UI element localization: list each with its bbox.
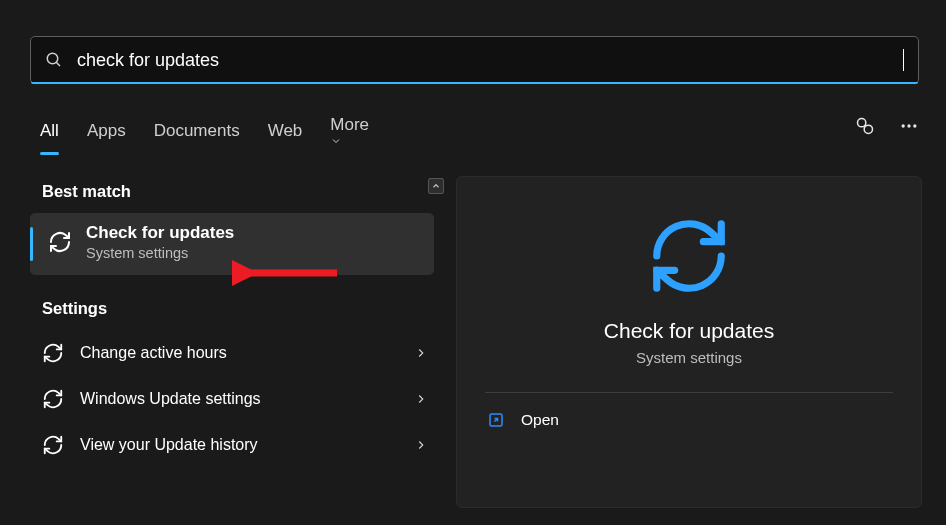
open-action[interactable]: Open — [487, 411, 891, 429]
results-column: Best match Check for updates System sett… — [30, 176, 434, 468]
svg-line-1 — [56, 62, 60, 66]
settings-item-label: View your Update history — [80, 436, 258, 454]
chevron-right-icon — [414, 346, 428, 360]
chevron-right-icon — [414, 392, 428, 406]
selection-marker — [30, 227, 33, 261]
best-match-heading: Best match — [30, 176, 434, 213]
tab-label: More — [330, 115, 369, 134]
settings-item-update-history[interactable]: View your Update history — [30, 422, 434, 468]
result-title: Check for updates — [86, 223, 234, 243]
text-caret — [903, 49, 904, 71]
tab-documents[interactable]: Documents — [154, 121, 240, 147]
settings-item-update-settings[interactable]: Windows Update settings — [30, 376, 434, 422]
tab-label: All — [40, 121, 59, 140]
refresh-icon-large — [646, 213, 732, 299]
tab-label: Web — [268, 121, 303, 140]
chevron-down-icon — [330, 135, 373, 147]
search-focus-underline — [31, 82, 918, 84]
tab-apps[interactable]: Apps — [87, 121, 126, 147]
tab-label: Apps — [87, 121, 126, 140]
result-subtitle: System settings — [86, 245, 234, 261]
settings-item-label: Windows Update settings — [80, 390, 261, 408]
open-icon — [487, 411, 505, 429]
svg-point-0 — [47, 53, 58, 64]
search-with-screenshot-icon[interactable] — [854, 115, 876, 137]
tab-label: Documents — [154, 121, 240, 140]
tab-all[interactable]: All — [40, 121, 59, 147]
filter-tabs: All Apps Documents Web More — [40, 115, 373, 153]
refresh-icon — [42, 434, 64, 456]
best-match-result[interactable]: Check for updates System settings — [30, 213, 434, 275]
chevron-right-icon — [414, 438, 428, 452]
open-label: Open — [521, 411, 559, 429]
settings-heading: Settings — [30, 293, 434, 330]
preview-title: Check for updates — [604, 319, 774, 343]
svg-point-7 — [913, 124, 916, 127]
tab-more[interactable]: More — [330, 115, 373, 153]
svg-point-5 — [902, 124, 905, 127]
search-input[interactable] — [75, 49, 905, 72]
more-options-icon[interactable] — [898, 115, 920, 137]
settings-item-label: Change active hours — [80, 344, 227, 362]
scroll-up-button[interactable] — [428, 178, 444, 194]
tab-web[interactable]: Web — [268, 121, 303, 147]
search-box[interactable] — [30, 36, 919, 84]
refresh-icon — [48, 230, 72, 254]
search-icon — [45, 51, 63, 69]
preview-subtitle: System settings — [636, 349, 742, 366]
svg-point-6 — [907, 124, 910, 127]
refresh-icon — [42, 388, 64, 410]
header-actions — [854, 115, 920, 137]
refresh-icon — [42, 342, 64, 364]
settings-results: Settings Change active hours Windows Upd — [30, 293, 434, 468]
settings-item-active-hours[interactable]: Change active hours — [30, 330, 434, 376]
preview-panel: Check for updates System settings Open — [456, 176, 922, 508]
